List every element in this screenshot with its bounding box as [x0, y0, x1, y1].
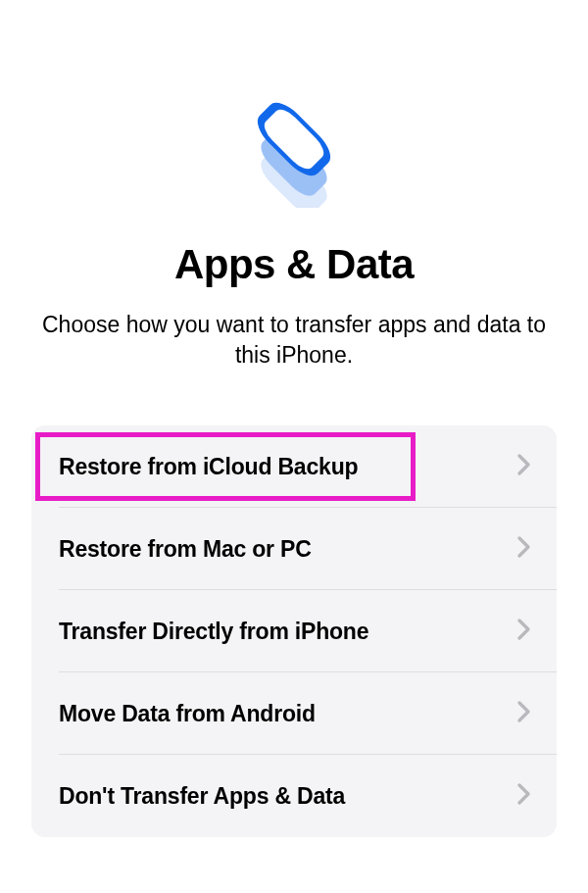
option-restore-icloud[interactable]: Restore from iCloud Backup [31, 425, 557, 508]
chevron-right-icon [517, 783, 531, 809]
chevron-right-icon [517, 619, 531, 644]
option-dont-transfer[interactable]: Don't Transfer Apps & Data [31, 755, 557, 837]
page-subtitle: Choose how you want to transfer apps and… [0, 310, 588, 371]
option-label: Restore from iCloud Backup [59, 454, 358, 480]
option-label: Transfer Directly from iPhone [59, 619, 368, 645]
chevron-right-icon [517, 536, 531, 562]
option-label: Restore from Mac or PC [59, 536, 312, 563]
page-title: Apps & Data [174, 241, 414, 288]
stacked-squares-icon [235, 90, 353, 208]
option-restore-mac-pc[interactable]: Restore from Mac or PC [31, 508, 557, 590]
options-list: Restore from iCloud Backup Restore from … [31, 425, 557, 837]
option-move-android[interactable]: Move Data from Android [31, 672, 557, 755]
chevron-right-icon [517, 701, 531, 726]
option-label: Don't Transfer Apps & Data [59, 783, 345, 810]
option-transfer-iphone[interactable]: Transfer Directly from iPhone [31, 590, 557, 672]
apps-data-icon [235, 90, 353, 208]
chevron-right-icon [517, 454, 531, 479]
option-label: Move Data from Android [59, 701, 316, 727]
